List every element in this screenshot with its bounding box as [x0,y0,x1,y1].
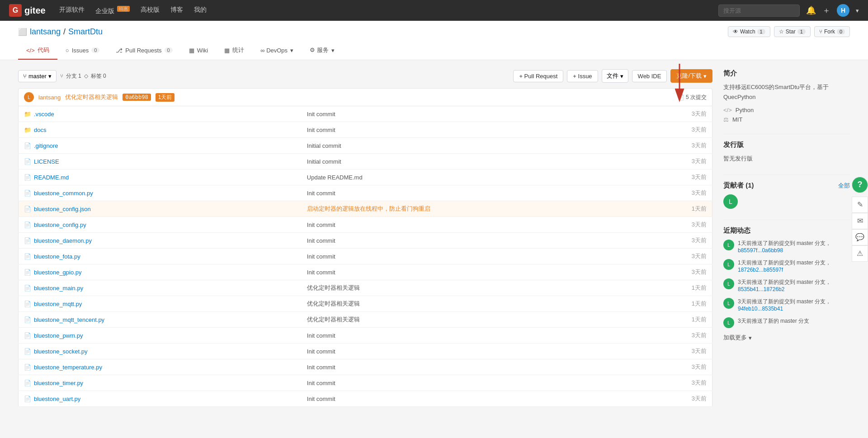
file-name-link[interactable]: 📄 bluestone_common.py [24,190,296,197]
fork-button[interactable]: ⑂ Fork 0 [814,26,850,37]
file-commit-msg: Init commit [302,375,646,391]
alert-button[interactable]: ⚠ [852,245,868,262]
add-icon[interactable]: ＋ [822,5,830,16]
edit-button[interactable]: ✎ [852,197,868,213]
divider-3 [723,220,850,220]
tab-code[interactable]: </> 代码 [18,42,57,60]
search-input[interactable] [718,5,800,17]
web-ide-button[interactable]: Web IDE [632,70,667,82]
contributor-avatar-1[interactable]: L [723,194,738,209]
nav-university[interactable]: 高校版 [141,6,160,15]
table-row: 📄 README.md Update README.md 3天前 [19,170,712,185]
star-button[interactable]: ☆ Star 1 [774,26,811,37]
load-more-button[interactable]: 加载更多 ▾ [723,334,850,342]
chat-button[interactable]: 💬 [852,229,868,245]
commit-user-avatar: L [24,92,34,102]
file-icon: 📄 [24,206,31,212]
nav-blog[interactable]: 博客 [170,6,183,15]
nav-opensource[interactable]: 开源软件 [59,6,85,15]
file-commit-msg: Init commit [302,233,646,249]
file-name-link[interactable]: 📄 README.md [24,174,296,181]
file-name-link[interactable]: 📄 bluestone_mqtt_tencent.py [24,316,296,323]
avatar-dropdown-icon[interactable]: ▾ [856,7,859,14]
file-table: 📁 .vscode Init commit 3天前 📁 docs Init co… [18,106,712,407]
star-icon: ☆ [779,28,784,35]
file-icon: 📄 [24,158,31,165]
activity-link[interactable]: b85597f...0a6bb98 [738,247,783,254]
file-name-link[interactable]: 📁 docs [24,127,296,133]
tab-stats[interactable]: ▦ 统计 [216,42,252,60]
license-label: MIT [732,116,742,123]
file-name-link[interactable]: 📄 bluestone_pwm.py [24,332,296,339]
file-name-link[interactable]: 📄 bluestone_gpio.py [24,269,296,276]
tab-devops[interactable]: ∞ DevOps ▾ [252,42,302,60]
file-commit-msg: Init commit [302,264,646,280]
file-name-link[interactable]: 📄 bluestone_config.py [24,221,296,228]
activity-link[interactable]: 8535b41...18726b2 [738,286,784,292]
file-name-link[interactable]: 📄 bluestone_main.py [24,285,296,292]
stats-icon: ▦ [224,47,230,54]
file-time: 3天前 [646,170,712,185]
file-name-link[interactable]: 📄 bluestone_config.json [24,206,296,212]
file-icon: 📄 [24,396,31,402]
tab-pullrequests[interactable]: ⎇ Pull Requests 0 [108,42,180,60]
file-time: 3天前 [646,375,712,391]
help-button[interactable]: ? [852,177,868,193]
file-icon: 📄 [24,332,31,339]
branch-selector[interactable]: ⑂ master ▾ [18,70,57,82]
commit-message-text: 优化定时器相关逻辑 [65,93,118,101]
file-icon: 📄 [24,221,31,228]
file-name-link[interactable]: 📄 bluestone_fota.py [24,253,296,260]
tab-services[interactable]: ⚙ 服务 ▾ [302,42,343,60]
enterprise-badge: 特惠 [117,6,130,12]
file-commit-msg: Init commit [302,122,646,138]
file-time: 1天前 [646,312,712,328]
commit-hash[interactable]: 0a6bb98 [123,94,151,101]
contributors-title: 贡献者 (1) [723,181,754,190]
file-name-link[interactable]: 📄 bluestone_temperature.py [24,364,296,371]
tab-issues[interactable]: ○ Issues 0 [57,42,108,60]
mail-button[interactable]: ✉ [852,213,868,229]
avatar[interactable]: H [837,4,849,17]
nav-enterprise[interactable]: 企业版 特惠 [95,6,130,15]
file-name-link[interactable]: 📄 bluestone_socket.py [24,348,296,355]
branch-info: ⑂ 分支 1 ◇ 标签 0 [60,72,106,80]
release-text: 暂无发行版 [723,154,850,164]
file-name-link[interactable]: 📄 bluestone_mqtt.py [24,301,296,307]
contributors-all-link[interactable]: 全部 [838,182,850,190]
code-icon: </> [26,47,35,54]
pull-request-button[interactable]: + Pull Request [513,70,563,82]
file-dropdown[interactable]: 文件 ▾ [602,69,628,83]
file-commit-msg: Init commit [302,185,646,201]
activity-link[interactable]: 18726b2...b85597f [738,267,783,273]
sidebar-activity: 近期动态 L 1天前推送了新的提交到 master 分支， b85597f...… [723,226,850,342]
file-name-link[interactable]: 📄 bluestone_timer.py [24,380,296,386]
file-time: 3天前 [646,391,712,407]
star-count: 1 [797,29,806,34]
file-commit-msg: 优化定时器相关逻辑 [302,280,646,296]
file-name-link[interactable]: 📄 bluestone_daemon.py [24,237,296,244]
activity-list: L 1天前推送了新的提交到 master 分支， b85597f...0a6bb… [723,240,850,328]
file-time: 1天前 [646,280,712,296]
notification-icon[interactable]: 🔔 [806,5,816,15]
file-name-link[interactable]: 📄 bluestone_uart.py [24,396,296,402]
code-bracket-icon: </> [723,107,732,113]
watch-button[interactable]: 👁 Watch 1 [728,26,770,37]
file-commit-msg: 优化定时器相关逻辑 [302,296,646,312]
table-row: 📄 .gitignore Initial commit 3天前 [19,138,712,154]
file-commit-msg: Initial commit [302,154,646,170]
table-row: 📄 bluestone_mqtt_tencent.py 优化定时器相关逻辑 1天… [19,312,712,328]
activity-link[interactable]: 94feb10...8535b41 [738,306,783,312]
file-commit-msg: Initial commit [302,138,646,154]
logo[interactable]: G gitee [9,4,46,17]
tab-wiki[interactable]: ▦ Wiki [181,42,217,60]
table-row: 📄 bluestone_config.json 启动定时器的逻辑放在线程中，防止… [19,201,712,217]
issue-button[interactable]: + Issue [567,70,598,82]
file-name-link[interactable]: 📄 LICENSE [24,158,296,165]
repo-owner-link[interactable]: lantsang [30,27,61,37]
table-row: 📄 bluestone_gpio.py Init commit 3天前 [19,264,712,280]
repo-name-link[interactable]: SmartDtu [68,27,103,37]
nav-mine[interactable]: 我的 [194,6,207,15]
file-name-link[interactable]: 📄 .gitignore [24,142,296,149]
file-name-link[interactable]: 📁 .vscode [24,111,296,118]
